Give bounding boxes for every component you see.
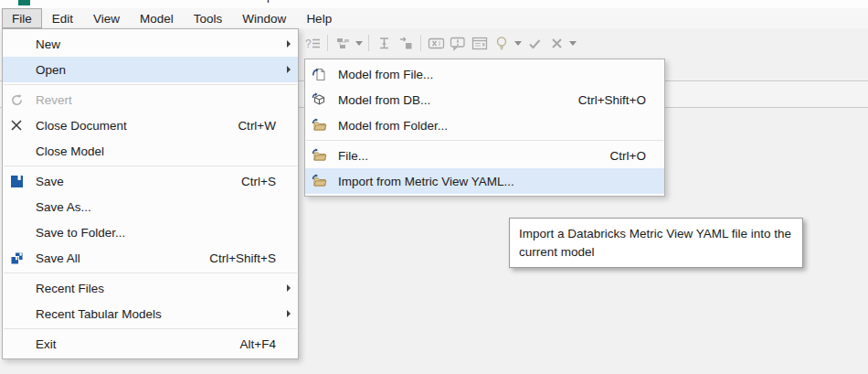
close-icon	[5, 119, 28, 132]
menu-item-recent-files[interactable]: Recent Files	[3, 275, 298, 301]
submenu-arrow-icon	[281, 66, 296, 73]
menu-item-save[interactable]: Save Ctrl+S	[3, 168, 298, 194]
menu-item-close-document[interactable]: Close Document Ctrl+W	[3, 112, 298, 138]
menu-shortcut: Ctrl+S	[241, 175, 276, 188]
menu-item-model-from-file[interactable]: Model from File...	[305, 61, 664, 87]
script-list-icon[interactable]: ?	[302, 32, 323, 54]
menubar-item-tools[interactable]: Tools	[184, 8, 233, 28]
title-bar: Model loaded - Tabular Editor 3.21.0 - E…	[0, 0, 868, 8]
pin-column-icon[interactable]	[373, 32, 395, 54]
menu-shortcut: Alt+F4	[240, 337, 276, 351]
menu-item-save-as[interactable]: Save As...	[3, 194, 298, 219]
comment-warning-icon[interactable]	[447, 32, 469, 54]
menu-separator	[3, 82, 298, 87]
form-preview-icon[interactable]	[469, 32, 491, 54]
menubar-item-window[interactable]: Window	[232, 8, 296, 28]
menu-item-recent-tabular-models[interactable]: Recent Tabular Models	[3, 301, 298, 326]
menubar-label: File	[12, 12, 32, 26]
menu-item-label: Import from Metric View YAML...	[338, 175, 514, 188]
menubar-item-help[interactable]: Help	[296, 8, 342, 28]
menu-item-save-all[interactable]: Save All Ctrl+Shift+S	[3, 245, 298, 271]
menu-item-label: Model from Folder...	[338, 119, 448, 133]
toolbar-separator	[420, 35, 421, 51]
menu-item-label: Close Model	[36, 144, 104, 158]
discard-cross-icon[interactable]	[545, 32, 567, 54]
folder-open-icon	[307, 118, 331, 133]
menu-shortcut: Ctrl+Shift+O	[578, 93, 646, 107]
menu-item-label: File...	[338, 149, 368, 163]
toolbar-separator	[368, 35, 369, 51]
toolbar-separator	[327, 35, 328, 51]
menu-item-label: Exit	[36, 337, 57, 351]
file-menu: New Open Revert Close Document Ctrl+W	[2, 28, 299, 359]
chevron-down-icon[interactable]	[513, 32, 524, 54]
menu-item-model-from-folder[interactable]: Model from Folder...	[305, 112, 664, 138]
menubar-label: Model	[140, 12, 174, 26]
menu-item-label: Save As...	[36, 200, 91, 214]
tooltip: Import a Databricks Metric View YAML fil…	[509, 218, 803, 268]
menu-shortcut: Ctrl+W	[238, 119, 276, 133]
menu-item-label: Open	[36, 63, 66, 77]
submenu-arrow-icon	[281, 40, 296, 48]
menu-separator	[3, 326, 298, 331]
tooltip-text: Import a Databricks Metric View YAML fil…	[519, 227, 791, 259]
toolbar: ?	[302, 31, 578, 55]
submenu-arrow-icon	[281, 284, 296, 292]
window-title: Model loaded - Tabular Editor 3.21.0 - E…	[37, 0, 333, 3]
model-file-icon	[307, 67, 331, 81]
save-icon	[5, 175, 28, 188]
open-submenu: Model from File... Model from DB... Ctrl…	[304, 59, 665, 197]
menu-item-label: Recent Files	[36, 282, 104, 295]
menubar-item-file[interactable]: File	[2, 8, 42, 28]
menubar-item-model[interactable]: Model	[130, 8, 184, 28]
menu-item-label: Save to Folder...	[36, 226, 125, 240]
revert-icon	[5, 93, 28, 107]
menu-item-import-from-metric-view-yaml[interactable]: Import from Metric View YAML...	[305, 168, 664, 194]
apply-check-icon[interactable]	[524, 32, 545, 54]
menu-separator	[3, 271, 298, 275]
chevron-down-icon[interactable]	[354, 32, 365, 54]
menu-item-label: Save All	[36, 251, 80, 265]
menu-item-label: Save	[36, 175, 64, 188]
menu-item-label: New	[36, 37, 60, 51]
menubar-item-edit[interactable]: Edit	[42, 8, 83, 28]
app-logo-icon	[18, 0, 30, 5]
menu-item-label: Model from File...	[338, 68, 433, 81]
menu-item-close-model[interactable]: Close Model	[3, 138, 298, 164]
folder-open-icon	[307, 174, 331, 188]
folder-open-icon	[307, 148, 331, 163]
menu-item-file[interactable]: File... Ctrl+O	[305, 143, 664, 168]
expression-box-icon[interactable]	[425, 32, 447, 54]
menubar-label: Help	[306, 12, 332, 26]
menu-item-revert[interactable]: Revert	[3, 87, 298, 112]
lightbulb-icon[interactable]	[491, 32, 513, 54]
menu-item-save-to-folder[interactable]: Save to Folder...	[3, 219, 298, 245]
menu-shortcut: Ctrl+O	[610, 149, 646, 163]
menu-bar: File Edit View Model Tools Window Help	[0, 8, 868, 28]
save-all-icon	[5, 251, 28, 265]
menu-item-label: Recent Tabular Models	[36, 307, 162, 321]
svg-text:?: ?	[305, 37, 312, 50]
menu-separator	[3, 164, 298, 168]
menu-item-new[interactable]: New	[3, 31, 298, 57]
menubar-label: Tools	[194, 12, 223, 26]
menu-item-exit[interactable]: Exit Alt+F4	[3, 331, 298, 357]
menu-item-label: Close Document	[36, 119, 127, 133]
menubar-item-view[interactable]: View	[83, 8, 130, 28]
application-window: Model loaded - Tabular Editor 3.21.0 - E…	[0, 0, 868, 374]
menu-separator	[305, 138, 664, 143]
menu-item-open[interactable]: Open	[3, 57, 298, 82]
menubar-label: View	[93, 12, 120, 26]
menubar-label: Window	[242, 12, 286, 26]
menu-item-model-from-db[interactable]: Model from DB... Ctrl+Shift+O	[305, 87, 664, 112]
menu-item-label: Revert	[36, 93, 72, 107]
dependency-diagram-icon[interactable]	[332, 32, 354, 54]
menu-shortcut: Ctrl+Shift+S	[209, 251, 276, 265]
goto-definition-icon[interactable]	[395, 32, 417, 54]
menu-item-label: Model from DB...	[338, 93, 430, 107]
model-db-icon	[307, 92, 331, 107]
menubar-label: Edit	[52, 12, 73, 26]
chevron-down-icon[interactable]	[567, 32, 578, 54]
submenu-arrow-icon	[281, 310, 296, 317]
